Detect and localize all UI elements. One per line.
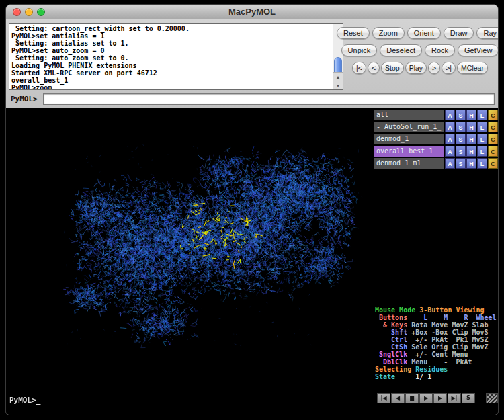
ctl-zoom[interactable]: Zoom (372, 27, 405, 39)
object-menu-l[interactable]: L (477, 158, 487, 169)
object-menu-h[interactable]: H (466, 158, 476, 169)
mouse-panel-text: +/- Cent Menu (407, 351, 468, 358)
object-name[interactable]: - AutoSol_run_1_ (374, 122, 444, 132)
object-menu-c[interactable]: C (488, 110, 498, 120)
ctl-rock[interactable]: Rock (425, 44, 455, 56)
object-row: - AutoSol_run_1_ASHLC (374, 122, 498, 132)
viewer-area: PyMOL>_ allASHLC- AutoSol_run_1_ASHLCden… (6, 108, 499, 415)
console-text: Setting: cartoon_rect_width set to 0.200… (11, 25, 331, 90)
mouse-panel-line: Mouse Mode 3-Button Viewing (375, 306, 497, 314)
object-menu-a[interactable]: A (445, 146, 455, 157)
vcr-button-1[interactable]: ◀ (391, 393, 405, 403)
object-menu-h[interactable]: H (466, 146, 476, 157)
console-line: Setting: auto_zoom set to 0. (11, 54, 331, 62)
object-menu-s[interactable]: S (456, 122, 466, 132)
object-list: allASHLC- AutoSol_run_1_ASHLCdenmod_1ASH… (374, 110, 498, 170)
vcr-button-6[interactable]: S (462, 393, 475, 403)
vcr-button-0[interactable]: |◀ (377, 393, 390, 403)
object-menu-a[interactable]: A (445, 134, 455, 144)
object-menu-l[interactable]: L (477, 134, 487, 144)
ctl-orient[interactable]: Orient (407, 27, 441, 39)
mouse-panel-text: Buttons (375, 314, 407, 321)
mouse-panel-text: Rota Move MovZ Slab (407, 321, 488, 329)
scroll-up-icon[interactable]: ▲ (333, 72, 343, 81)
vcr-button-3[interactable]: ▶ (419, 393, 433, 403)
vcr-button-5[interactable]: ▶| (448, 393, 461, 403)
ctl-[interactable]: |< (352, 62, 366, 74)
object-menu-l[interactable]: L (477, 146, 487, 157)
ctl-[interactable]: < (368, 62, 380, 74)
object-menu-l[interactable]: L (477, 122, 487, 132)
viewer-command-line[interactable]: PyMOL>_ (9, 396, 40, 405)
mouse-panel-line: CtSh Sele Orig Clip MovZ (375, 343, 497, 351)
command-prompt-row: PyMOL> (6, 93, 498, 106)
resize-grip[interactable] (486, 393, 498, 403)
mouse-panel-line: Selecting Residues (375, 366, 497, 373)
object-menu-c[interactable]: C (488, 146, 498, 157)
object-menu-l[interactable]: L (477, 110, 487, 120)
console-line: Setting: cartoon_rect_width set to 0.200… (11, 25, 331, 32)
object-menu-a[interactable]: A (445, 158, 455, 169)
object-menu-s[interactable]: S (456, 110, 466, 120)
console-line: Setting: antialias set to 1. (11, 40, 331, 47)
mouse-panel-text: 3-Button Viewing (419, 306, 484, 314)
ctl-reset[interactable]: Reset (337, 27, 370, 39)
ctl-[interactable]: >| (442, 62, 456, 74)
ctl-play[interactable]: Play (405, 62, 427, 74)
mouse-panel-text: CtSh (375, 343, 407, 351)
ctl-[interactable]: > (428, 62, 440, 74)
object-row: allASHLC (374, 110, 498, 120)
vcr-button-4[interactable]: ▶ (433, 393, 447, 403)
object-menu-c[interactable]: C (488, 158, 498, 169)
mouse-panel-text: & Keys (375, 321, 407, 329)
internal-gui-sidebar: allASHLC- AutoSol_run_1_ASHLCdenmod_1ASH… (373, 108, 499, 415)
mouse-panel-text: +/- PkAt Pk1 MvSZ (407, 336, 488, 343)
mouse-panel-line: & Keys Rota Move MovZ Slab (375, 321, 497, 329)
console-line: overall_best_1 (11, 77, 331, 84)
console-line: PyMOL>set auto_zoom = 0 (11, 47, 331, 54)
ctl-draw[interactable]: Draw (444, 27, 474, 39)
console-line: PyMOL>zoom (11, 84, 331, 90)
mouse-panel-text: 1/ 1 (395, 373, 431, 380)
ctl-deselect[interactable]: Deselect (380, 44, 422, 56)
console-line: PyMOL>set antialias = 1 (11, 32, 331, 40)
mouse-panel-text: L M R Wheel (407, 314, 496, 321)
object-menu-s[interactable]: S (456, 158, 466, 169)
scroll-down-icon[interactable]: ▼ (333, 81, 343, 89)
mouse-panel-text: State (375, 373, 395, 380)
mouse-panel-line: DblClk Menu - PkAt (375, 358, 497, 366)
console-log[interactable]: Setting: cartoon_rect_width set to 0.200… (9, 23, 343, 90)
pymol-command-input[interactable] (43, 93, 495, 105)
mouse-panel-line: State 1/ 1 (375, 373, 497, 380)
object-name[interactable]: denmod_1_m1 (374, 158, 444, 169)
object-name[interactable]: all (374, 110, 444, 120)
object-name[interactable]: overall_best_1 (374, 146, 444, 157)
object-menu-s[interactable]: S (456, 146, 466, 157)
vcr-controls: |◀◀■▶▶▶|S (377, 393, 475, 403)
ctl-mclear[interactable]: MClear (457, 62, 488, 74)
ctl-stop[interactable]: Stop (381, 62, 404, 74)
object-menu-h[interactable]: H (466, 110, 476, 120)
ctl-getview[interactable]: GetView (458, 44, 499, 56)
macpymol-window: MacPyMOL Setting: cartoon_rect_width set… (5, 4, 499, 415)
object-menu-a[interactable]: A (445, 110, 455, 120)
mouse-panel-text: Shft (375, 329, 407, 336)
vcr-button-2[interactable]: ■ (405, 393, 419, 403)
ctl-unpick[interactable]: Unpick (341, 44, 378, 56)
object-menu-c[interactable]: C (488, 122, 498, 132)
mouse-panel-text: Selecting (375, 366, 415, 373)
object-menu-h[interactable]: H (466, 122, 476, 132)
object-menu-a[interactable]: A (445, 122, 455, 132)
titlebar[interactable]: MacPyMOL (6, 5, 498, 19)
mouse-panel-text: Ctrl (375, 336, 407, 343)
viewport-3d[interactable] (6, 108, 373, 415)
object-menu-c[interactable]: C (488, 134, 498, 144)
object-menu-h[interactable]: H (466, 134, 476, 144)
object-menu-s[interactable]: S (456, 134, 466, 144)
ctl-ray[interactable]: Ray (476, 27, 499, 39)
mouse-panel-line: SnglClk +/- Cent Menu (375, 351, 497, 358)
desktop: MacPyMOL Setting: cartoon_rect_width set… (0, 0, 504, 420)
upper-control-panel: Setting: cartoon_rect_width set to 0.200… (6, 19, 498, 108)
mouse-panel-text: +Box -Box Clip MovS (407, 329, 488, 336)
object-name[interactable]: denmod_1 (374, 134, 444, 144)
